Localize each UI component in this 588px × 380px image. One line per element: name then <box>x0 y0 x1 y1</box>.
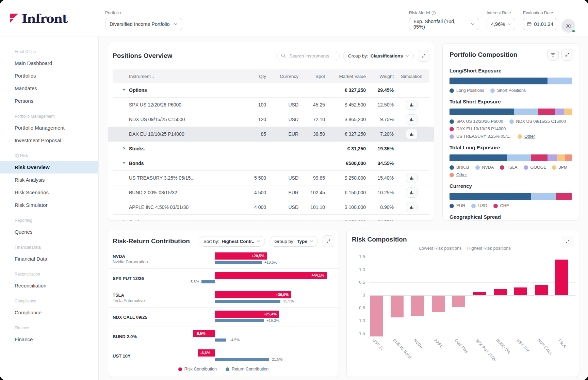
filter-composition-button[interactable] <box>547 49 559 61</box>
risk-bar-aapl[interactable] <box>432 296 445 312</box>
search-input[interactable] <box>289 53 329 59</box>
table-row[interactable]: US TREASURY 3.25% 05/15...5 500USD99.85$… <box>113 171 429 185</box>
sidebar-item-risk-scenarios[interactable]: Risk Scenarios <box>0 186 98 199</box>
legend-label: Short Positions <box>497 88 526 93</box>
column-simulation: Simulation <box>394 74 429 79</box>
risk-bar-ust-2y[interactable] <box>370 296 383 336</box>
weight-value: 29.45% <box>366 87 394 93</box>
portfolio-select[interactable]: Diversified Income Portfolio <box>105 18 182 30</box>
expand-group-toggle[interactable] <box>113 219 129 221</box>
simulation-cell <box>394 129 429 139</box>
nav-section-label-finance: Finance <box>0 326 98 330</box>
risk-bar-eur-ig-bond[interactable] <box>391 296 404 317</box>
sidebar-item-risk-simulator[interactable]: Risk Simulator <box>0 199 98 211</box>
collapse-group-toggle[interactable] <box>113 87 129 93</box>
expand-icon <box>421 53 426 58</box>
other-link[interactable]: Other <box>456 172 467 177</box>
sidebar-item-queries[interactable]: Queries <box>0 226 98 238</box>
legend-item-other[interactable]: Other <box>450 172 467 177</box>
simulation-button[interactable] <box>406 187 418 198</box>
weight-value: 7.20% <box>366 131 394 137</box>
table-group-row[interactable]: Bonds€500,00034.55% <box>113 156 429 171</box>
expand-composition-button[interactable] <box>561 49 573 61</box>
table-row[interactable]: SPX US 12/20/26 P6000100USD45.25$ 452,50… <box>113 98 429 112</box>
sidebar-item-finance[interactable]: Finance <box>0 333 98 346</box>
risk-bar-spx-put-12-26[interactable] <box>473 292 486 295</box>
simulation-button[interactable] <box>406 114 418 125</box>
column-instrument[interactable]: Instrument ↓ <box>129 74 239 79</box>
legend-item-tsla: TSLA <box>500 165 517 170</box>
expand-group-toggle[interactable] <box>113 146 129 151</box>
sidebar-item-mandates[interactable]: Mandates <box>0 82 98 95</box>
table-row[interactable]: BUND 2.00% 08/15/324 500EUR102.45€ 150,0… <box>113 185 429 200</box>
chevron-down-icon <box>257 240 260 243</box>
infront-logo[interactable]: Infront <box>9 11 67 26</box>
risk-bar-ust-10y[interactable] <box>514 287 527 295</box>
other-link[interactable]: Other <box>524 134 535 139</box>
risk-contribution-bar: +25,4% <box>215 311 279 318</box>
table-row[interactable]: APPLE INC 4.50% 03/01/304 000USD101.10$ … <box>113 200 429 215</box>
table-row[interactable]: DAX EU 10/10/25 P1400085EUR38.50€ 327,25… <box>108 127 434 142</box>
table-group-row[interactable]: Cash€ 150,00034.55% <box>113 215 429 221</box>
simulation-button[interactable] <box>406 100 418 110</box>
risk-bar-tsla[interactable] <box>555 260 568 295</box>
legend-item-chf: CHF <box>493 203 509 208</box>
weight-value: 9.75% <box>366 117 394 122</box>
risk-composition-chart: 1.51.00.50-0.5-1.0-1.5UST 2YEUR IG BondN… <box>347 230 579 377</box>
rr-group-by-value: Type <box>297 239 307 244</box>
instrument-search[interactable] <box>276 51 340 61</box>
interest-rate-select[interactable]: 4,96% <box>487 18 515 30</box>
risk-bar-nvda[interactable] <box>411 296 424 316</box>
group-by-select[interactable]: Group by: Classifications <box>343 51 414 61</box>
portfolio-field: Portfolio Diversified Income Portfolio <box>105 11 182 30</box>
sidebar-item-persons[interactable]: Persons <box>0 95 98 107</box>
sidebar-item-financial-data[interactable]: Financial Data <box>0 252 98 265</box>
simulation-cell <box>394 173 429 183</box>
info-icon[interactable]: ? <box>431 11 436 15</box>
sidebar-item-portfolio-management[interactable]: Portfolio Management <box>0 121 98 134</box>
spot-value: 99.85 <box>298 175 325 181</box>
y-axis-tick: -0.5 <box>352 305 365 310</box>
sidebar-item-risk-overview[interactable]: Risk Overview <box>0 161 98 174</box>
legend-dot <box>500 165 504 170</box>
weight-value: 34.55% <box>366 219 394 221</box>
risk-bar-ndx-call[interactable] <box>535 285 548 295</box>
simulation-button[interactable] <box>406 173 418 183</box>
sidebar-item-compliance[interactable]: Compliance <box>0 306 98 319</box>
sort-by-select[interactable]: Sort by: Highest Contr.. <box>199 236 265 247</box>
expand-risk-return-button[interactable] <box>323 235 334 247</box>
rr-group-by-select[interactable]: Group by: Type <box>270 236 318 247</box>
simulation-button[interactable] <box>406 202 418 212</box>
positions-overview-panel: Positions Overview Group by: Classificat… <box>108 42 434 221</box>
bar-chart-icon <box>409 205 414 210</box>
table-group-row[interactable]: Options€ 327,25029.45% <box>113 83 429 98</box>
column-spot: Spot <box>298 74 325 79</box>
legend-item-other[interactable]: Other <box>518 134 535 139</box>
table-row[interactable]: NDX US 09/15/25 C15000120USD72.10$ 865,2… <box>113 112 429 127</box>
sidebar-item-investment-proposal[interactable]: Investment Proposal <box>0 134 98 147</box>
legend-label: BRK.B <box>456 165 469 170</box>
chevron-down-icon <box>310 240 313 243</box>
simulation-button[interactable] <box>406 129 418 139</box>
sidebar-item-portfolios[interactable]: Portfolios <box>0 69 98 82</box>
instrument-name: DAX EU 10/10/25 P14000 <box>129 131 239 137</box>
return-contribution-bar <box>215 338 226 342</box>
sidebar-item-risk-analysis[interactable]: Risk Analysis <box>0 174 98 186</box>
risk-bar-bund-2[interactable] <box>494 289 507 295</box>
composition-bar-total-long-exposure <box>450 154 572 161</box>
table-group-row[interactable]: Stocks€ 31,25019.35% <box>113 142 429 156</box>
user-avatar[interactable]: JC <box>561 19 575 33</box>
risk-return-row-ust-10y: UST 10Y-6,6%21,5% <box>108 346 339 366</box>
market-value: € 327,250 <box>325 131 366 137</box>
sidebar-item-main-dashboard[interactable]: Main Dashboard <box>0 57 98 69</box>
market-value: € 150,000 <box>325 219 366 221</box>
risk-model-select[interactable]: Exp. Shortfall (10d, 95%) <box>409 18 479 30</box>
evaluation-date-picker[interactable]: 01.01.24 <box>523 18 557 30</box>
collapse-group-toggle[interactable] <box>113 161 129 166</box>
x-axis-label: AAPL <box>434 338 444 349</box>
legend-item-us-treasury-3-25-05-1: US TREASURY 3.25% 05/1.. <box>450 134 511 139</box>
risk-bar-gold-futs[interactable] <box>452 296 465 307</box>
expand-positions-button[interactable] <box>418 50 429 62</box>
bar-segment-crimson <box>531 154 548 161</box>
sidebar-item-reconciliation[interactable]: Reconciliation <box>0 279 98 292</box>
